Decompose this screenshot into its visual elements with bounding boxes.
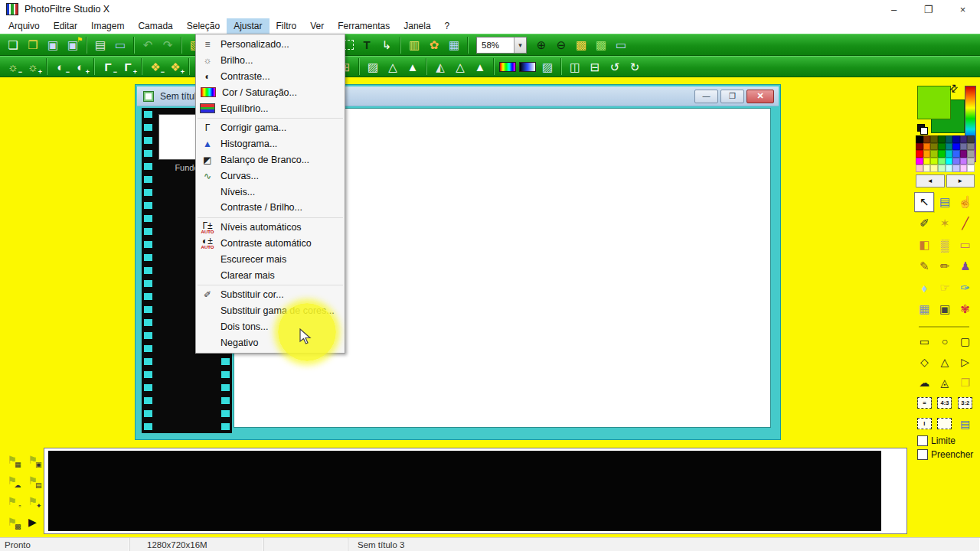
arrow-tool-button[interactable]: ↖ <box>914 192 934 212</box>
palette-swatch[interactable] <box>946 165 953 172</box>
sharpen-button[interactable]: ▲ <box>403 57 423 76</box>
airbrush-tool-button[interactable]: ▒ <box>936 236 954 254</box>
palette-swatch[interactable] <box>952 143 960 151</box>
document-close-button[interactable]: ✕ <box>746 90 774 103</box>
ellipse-select-button[interactable]: ○ <box>936 333 954 350</box>
menubar-item-janela[interactable]: Janela <box>397 18 437 34</box>
rounded-rect-select-button[interactable]: ▢ <box>956 333 975 350</box>
relief-plus-button[interactable]: ▲ <box>470 57 490 76</box>
open-folder-button[interactable]: ❒ <box>23 36 43 54</box>
palette-swatch[interactable] <box>946 150 953 158</box>
menubar-item-selecao[interactable]: Seleção <box>180 18 227 34</box>
adjust-menu-item-personalizado[interactable]: ≡Personalizado... <box>196 37 345 53</box>
palette-swatch[interactable] <box>923 135 931 143</box>
selection-options-button[interactable]: ▤ <box>956 416 975 432</box>
palette-swatch[interactable] <box>930 150 938 158</box>
palette-swatch[interactable] <box>960 150 968 158</box>
ratio-i-button[interactable]: I <box>915 416 933 432</box>
foreground-color-swatch[interactable] <box>917 86 951 119</box>
palette-swatch[interactable] <box>967 150 975 158</box>
menubar-item-ferramentas[interactable]: Ferramentas <box>331 18 397 34</box>
transform-button[interactable]: ↳ <box>377 36 397 54</box>
palette-swatch[interactable] <box>916 150 923 158</box>
line-tool-button[interactable]: ╱ <box>956 214 975 233</box>
menubar-item-ajuda[interactable]: ? <box>438 18 457 34</box>
gradient-blue-button[interactable] <box>518 57 537 76</box>
automate-button[interactable]: ▦ <box>444 36 464 54</box>
scan-button[interactable]: ▭ <box>110 36 130 54</box>
adjust-menu-item-curvas[interactable]: ∿Curvas... <box>196 168 345 184</box>
brightness-minus-button[interactable]: ☼− <box>3 57 23 76</box>
palette-swatch[interactable] <box>946 143 953 151</box>
new-file-button[interactable]: ❏ <box>3 36 23 54</box>
blur-tool-button[interactable]: ♦ <box>915 279 933 297</box>
adjust-menu-item-niveis-automaticos[interactable]: Γ±AUTONíveis automáticos <box>196 220 345 236</box>
zoom-fit-button[interactable]: ▩ <box>571 36 591 54</box>
rectangle-select-button[interactable]: ▭ <box>915 333 933 350</box>
adjust-menu-item-contraste-automatico[interactable]: ◐±AUTOContraste automático <box>196 236 345 252</box>
palette-swatch[interactable] <box>960 135 968 143</box>
saturation-plus-button[interactable]: ❖+ <box>165 57 185 76</box>
menubar-item-ver[interactable]: Ver <box>303 18 331 34</box>
menubar-item-ajustar[interactable]: Ajustar <box>227 18 269 34</box>
image-explorer-content[interactable] <box>48 451 881 531</box>
flag-grid-button[interactable]: ⚑▩ <box>3 513 21 531</box>
palette-swatch[interactable] <box>938 158 946 165</box>
redo-button[interactable]: ↷ <box>158 36 178 54</box>
palette-swatch[interactable] <box>938 135 946 143</box>
adjust-menu-item-clarear-mais[interactable]: Clarear mais <box>196 267 345 283</box>
saturation-minus-button[interactable]: ❖− <box>145 57 165 76</box>
brightness-plus-button[interactable]: ☼+ <box>23 57 43 76</box>
clone-stamp-tool-button[interactable]: ♟ <box>956 257 975 276</box>
antialias-button[interactable]: ▨ <box>537 57 557 76</box>
emboss-button[interactable]: ◭ <box>430 57 450 76</box>
palette-swatch[interactable] <box>923 165 931 172</box>
flag-layer-button[interactable]: ⚑▣ <box>24 451 42 469</box>
gamma-minus-button[interactable]: Γ− <box>98 57 118 76</box>
menubar-item-imagem[interactable]: Imagem <box>84 18 131 34</box>
print-button[interactable]: ▤ <box>90 36 110 54</box>
palette-swatch[interactable] <box>967 135 975 143</box>
rhombus-select-button[interactable]: ◇ <box>915 354 933 370</box>
load-selection-button[interactable]: ❒ <box>956 374 975 391</box>
smudge-tool-button[interactable]: ☞ <box>936 279 954 297</box>
contrast-plus-button[interactable]: ◐+ <box>70 57 90 76</box>
eraser-tool-button[interactable]: ▭ <box>956 236 975 254</box>
palette-swatch[interactable] <box>946 135 953 143</box>
menubar-item-filtro[interactable]: Filtro <box>270 18 304 34</box>
zoom-in-button[interactable]: ⊕ <box>531 36 551 54</box>
right-triangle-select-button[interactable]: ▷ <box>956 354 975 370</box>
adjust-menu-item-contraste[interactable]: ◐Contraste... <box>196 69 345 85</box>
full-screen-button[interactable]: ▭ <box>611 36 631 54</box>
ratio-1-1-button[interactable]: = <box>915 395 933 412</box>
menubar-item-editar[interactable]: Editar <box>47 18 84 34</box>
minimize-button[interactable]: – <box>877 0 911 18</box>
adjust-menu-item-brilho[interactable]: ☼Brilho... <box>196 53 345 69</box>
palette-swatch[interactable] <box>938 143 946 151</box>
palette-swatch[interactable] <box>960 165 968 172</box>
palette-swatch[interactable] <box>930 158 938 165</box>
move-hand-tool-button[interactable]: ☝ <box>956 193 975 211</box>
paintbrush-tool-button[interactable]: ✎ <box>915 257 933 276</box>
adjust-menu-item-balanco-de-branco[interactable]: ◩Balanço de Branco... <box>196 152 345 168</box>
magic-wand-tool-button[interactable]: ✶ <box>936 214 954 233</box>
palette-swatch[interactable] <box>923 143 931 151</box>
palette-swatch[interactable] <box>923 150 931 158</box>
triangle-select-button[interactable]: △ <box>936 354 954 370</box>
adjust-menu-item-cor-saturacao[interactable]: Cor / Saturação... <box>196 84 345 100</box>
adjust-menu-item-corrigir-gama[interactable]: ΓCorrigir gama... <box>196 120 345 136</box>
polygon-select-button[interactable]: ◬ <box>936 374 954 391</box>
save-button[interactable]: ▣ <box>43 36 63 54</box>
fill-tool-button[interactable]: ◧ <box>915 236 933 254</box>
adjust-menu-item-histograma[interactable]: ▲Histograma... <box>196 136 345 152</box>
close-button[interactable]: × <box>946 0 980 18</box>
photo-brush-tool-button[interactable]: ▣ <box>936 300 954 318</box>
palette-swatch[interactable] <box>938 165 946 172</box>
layer-manager-tool-button[interactable]: ▤ <box>936 193 954 211</box>
zoom-full-button[interactable]: ▩ <box>591 36 611 54</box>
soften-button[interactable]: △ <box>383 57 403 76</box>
flip-horizontal-button[interactable]: ◫ <box>565 57 585 76</box>
save-as-button[interactable]: ▣⚑ <box>63 36 83 54</box>
reset-colors-icon[interactable] <box>917 124 928 134</box>
palette-swatch[interactable] <box>952 158 960 165</box>
